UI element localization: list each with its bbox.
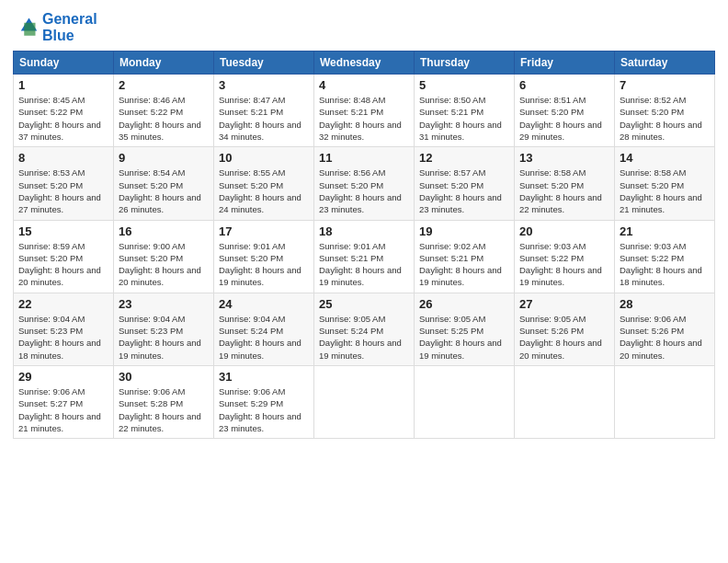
day-detail: Sunrise: 9:01 AMSunset: 5:20 PMDaylight:… xyxy=(219,240,309,289)
day-detail: Sunrise: 9:00 AMSunset: 5:20 PMDaylight:… xyxy=(119,240,209,289)
header: General Blue xyxy=(13,11,715,43)
day-detail: Sunrise: 8:51 AMSunset: 5:20 PMDaylight:… xyxy=(519,94,609,143)
week-row-1: 1 Sunrise: 8:45 AMSunset: 5:22 PMDayligh… xyxy=(14,75,715,147)
week-row-3: 15 Sunrise: 8:59 AMSunset: 5:20 PMDaylig… xyxy=(14,220,715,293)
day-cell: 3 Sunrise: 8:47 AMSunset: 5:21 PMDayligh… xyxy=(214,75,314,147)
day-number: 21 xyxy=(620,224,710,238)
day-detail: Sunrise: 8:58 AMSunset: 5:20 PMDaylight:… xyxy=(620,167,710,215)
day-number: 20 xyxy=(519,224,609,238)
day-detail: Sunrise: 8:53 AMSunset: 5:20 PMDaylight:… xyxy=(18,167,108,215)
day-number: 31 xyxy=(219,370,309,384)
day-cell: 11 Sunrise: 8:56 AMSunset: 5:20 PMDaylig… xyxy=(314,147,415,220)
day-cell xyxy=(615,365,715,438)
day-cell: 8 Sunrise: 8:53 AMSunset: 5:20 PMDayligh… xyxy=(14,147,114,220)
day-detail: Sunrise: 8:57 AMSunset: 5:20 PMDaylight:… xyxy=(419,167,509,215)
svg-marker-1 xyxy=(24,22,35,35)
day-number: 27 xyxy=(519,297,609,311)
day-number: 11 xyxy=(319,151,409,165)
day-detail: Sunrise: 9:06 AMSunset: 5:27 PMDaylight:… xyxy=(18,385,108,434)
day-number: 8 xyxy=(18,151,108,165)
day-number: 5 xyxy=(419,78,509,92)
day-cell: 12 Sunrise: 8:57 AMSunset: 5:20 PMDaylig… xyxy=(415,147,515,220)
day-cell xyxy=(415,365,515,438)
day-number: 15 xyxy=(18,224,108,238)
day-cell: 19 Sunrise: 9:02 AMSunset: 5:21 PMDaylig… xyxy=(415,220,515,293)
day-cell: 20 Sunrise: 9:03 AMSunset: 5:22 PMDaylig… xyxy=(515,220,615,293)
weekday-header-thursday: Thursday xyxy=(415,52,515,75)
day-number: 30 xyxy=(119,370,209,384)
day-cell: 24 Sunrise: 9:04 AMSunset: 5:24 PMDaylig… xyxy=(214,293,314,365)
day-cell: 15 Sunrise: 8:59 AMSunset: 5:20 PMDaylig… xyxy=(14,220,114,293)
weekday-header-sunday: Sunday xyxy=(14,52,114,75)
day-cell: 10 Sunrise: 8:55 AMSunset: 5:20 PMDaylig… xyxy=(214,147,314,220)
day-detail: Sunrise: 9:05 AMSunset: 5:26 PMDaylight:… xyxy=(519,313,609,362)
day-number: 18 xyxy=(319,224,409,238)
day-cell: 30 Sunrise: 9:06 AMSunset: 5:28 PMDaylig… xyxy=(114,365,214,438)
day-number: 24 xyxy=(219,297,309,311)
day-detail: Sunrise: 8:46 AMSunset: 5:22 PMDaylight:… xyxy=(119,94,209,143)
day-detail: Sunrise: 8:47 AMSunset: 5:21 PMDaylight:… xyxy=(219,94,309,143)
day-number: 3 xyxy=(219,78,309,92)
day-cell xyxy=(515,365,615,438)
day-cell: 13 Sunrise: 8:58 AMSunset: 5:20 PMDaylig… xyxy=(515,147,615,220)
weekday-header-saturday: Saturday xyxy=(615,52,715,75)
day-number: 10 xyxy=(219,151,309,165)
logo-icon xyxy=(13,15,39,40)
day-cell: 28 Sunrise: 9:06 AMSunset: 5:26 PMDaylig… xyxy=(615,293,715,365)
day-number: 29 xyxy=(18,370,108,384)
day-cell: 31 Sunrise: 9:06 AMSunset: 5:29 PMDaylig… xyxy=(214,365,314,438)
day-cell: 14 Sunrise: 8:58 AMSunset: 5:20 PMDaylig… xyxy=(615,147,715,220)
day-number: 26 xyxy=(419,297,509,311)
day-detail: Sunrise: 8:45 AMSunset: 5:22 PMDaylight:… xyxy=(18,94,108,143)
logo: General Blue xyxy=(13,11,97,43)
day-detail: Sunrise: 8:55 AMSunset: 5:20 PMDaylight:… xyxy=(219,167,309,215)
day-detail: Sunrise: 9:04 AMSunset: 5:24 PMDaylight:… xyxy=(219,313,309,362)
day-detail: Sunrise: 9:03 AMSunset: 5:22 PMDaylight:… xyxy=(519,240,609,289)
day-number: 19 xyxy=(419,224,509,238)
logo-text: General Blue xyxy=(42,11,97,43)
day-detail: Sunrise: 9:04 AMSunset: 5:23 PMDaylight:… xyxy=(18,313,108,362)
weekday-header-friday: Friday xyxy=(515,52,615,75)
day-cell: 25 Sunrise: 9:05 AMSunset: 5:24 PMDaylig… xyxy=(314,293,415,365)
day-number: 9 xyxy=(119,151,209,165)
day-detail: Sunrise: 9:01 AMSunset: 5:21 PMDaylight:… xyxy=(319,240,409,289)
day-cell: 2 Sunrise: 8:46 AMSunset: 5:22 PMDayligh… xyxy=(114,75,214,147)
day-number: 6 xyxy=(519,78,609,92)
day-number: 12 xyxy=(419,151,509,165)
day-detail: Sunrise: 8:50 AMSunset: 5:21 PMDaylight:… xyxy=(419,94,509,143)
day-detail: Sunrise: 8:56 AMSunset: 5:20 PMDaylight:… xyxy=(319,167,409,215)
day-detail: Sunrise: 9:05 AMSunset: 5:24 PMDaylight:… xyxy=(319,313,409,362)
day-cell: 16 Sunrise: 9:00 AMSunset: 5:20 PMDaylig… xyxy=(114,220,214,293)
weekday-header-tuesday: Tuesday xyxy=(214,52,314,75)
day-detail: Sunrise: 9:03 AMSunset: 5:22 PMDaylight:… xyxy=(620,240,710,289)
day-cell: 23 Sunrise: 9:04 AMSunset: 5:23 PMDaylig… xyxy=(114,293,214,365)
day-number: 2 xyxy=(119,78,209,92)
day-cell: 5 Sunrise: 8:50 AMSunset: 5:21 PMDayligh… xyxy=(415,75,515,147)
day-cell: 1 Sunrise: 8:45 AMSunset: 5:22 PMDayligh… xyxy=(14,75,114,147)
day-detail: Sunrise: 9:06 AMSunset: 5:26 PMDaylight:… xyxy=(620,313,710,362)
day-detail: Sunrise: 9:06 AMSunset: 5:28 PMDaylight:… xyxy=(119,385,209,434)
calendar: SundayMondayTuesdayWednesdayThursdayFrid… xyxy=(13,51,715,439)
week-row-4: 22 Sunrise: 9:04 AMSunset: 5:23 PMDaylig… xyxy=(14,293,715,365)
day-detail: Sunrise: 8:48 AMSunset: 5:21 PMDaylight:… xyxy=(319,94,409,143)
day-cell xyxy=(314,365,415,438)
day-detail: Sunrise: 8:58 AMSunset: 5:20 PMDaylight:… xyxy=(519,167,609,215)
day-cell: 4 Sunrise: 8:48 AMSunset: 5:21 PMDayligh… xyxy=(314,75,415,147)
day-number: 17 xyxy=(219,224,309,238)
day-number: 16 xyxy=(119,224,209,238)
day-number: 22 xyxy=(18,297,108,311)
day-cell: 29 Sunrise: 9:06 AMSunset: 5:27 PMDaylig… xyxy=(14,365,114,438)
week-row-2: 8 Sunrise: 8:53 AMSunset: 5:20 PMDayligh… xyxy=(14,147,715,220)
day-number: 23 xyxy=(119,297,209,311)
day-detail: Sunrise: 8:54 AMSunset: 5:20 PMDaylight:… xyxy=(119,167,209,215)
day-cell: 26 Sunrise: 9:05 AMSunset: 5:25 PMDaylig… xyxy=(415,293,515,365)
weekday-header-monday: Monday xyxy=(114,52,214,75)
page: General Blue SundayMondayTuesdayWednesda… xyxy=(0,0,728,563)
day-number: 13 xyxy=(519,151,609,165)
day-detail: Sunrise: 9:04 AMSunset: 5:23 PMDaylight:… xyxy=(119,313,209,362)
day-number: 1 xyxy=(18,78,108,92)
day-number: 4 xyxy=(319,78,409,92)
day-cell: 21 Sunrise: 9:03 AMSunset: 5:22 PMDaylig… xyxy=(615,220,715,293)
day-number: 7 xyxy=(620,78,710,92)
day-detail: Sunrise: 9:05 AMSunset: 5:25 PMDaylight:… xyxy=(419,313,509,362)
